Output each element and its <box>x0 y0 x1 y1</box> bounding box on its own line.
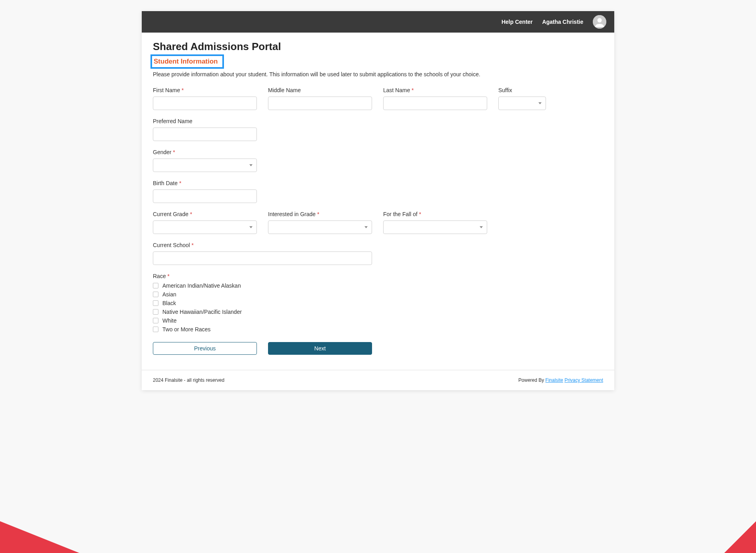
user-avatar[interactable] <box>593 15 606 29</box>
section-title-highlight: Student Information <box>150 54 224 69</box>
chevron-down-icon <box>538 102 542 104</box>
birthdate-label: Birth Date * <box>153 180 257 186</box>
gender-group: Gender * <box>153 149 257 172</box>
last-name-label: Last Name * <box>383 87 487 93</box>
page-title: Shared Admissions Portal <box>153 41 603 53</box>
race-option-american-indian: American Indian/Native Alaskan <box>153 282 242 289</box>
svg-point-1 <box>598 18 602 23</box>
race-checkbox-white[interactable] <box>153 318 158 323</box>
suffix-label: Suffix <box>498 87 546 93</box>
gender-select[interactable] <box>153 159 257 172</box>
avatar-icon <box>593 15 606 29</box>
interested-grade-group: Interested in Grade * <box>268 211 372 234</box>
race-label-asian: Asian <box>162 291 176 298</box>
footer: 2024 Finalsite - all rights reserved Pow… <box>142 370 614 390</box>
chevron-down-icon <box>364 226 368 228</box>
last-name-group: Last Name * <box>383 87 487 110</box>
race-label-black: Black <box>162 300 176 306</box>
section-description: Please provide information about your st… <box>153 71 603 77</box>
current-grade-group: Current Grade * <box>153 211 257 234</box>
current-grade-label: Current Grade * <box>153 211 257 217</box>
chevron-down-icon <box>480 226 483 228</box>
birthdate-row: Birth Date * <box>153 180 603 203</box>
privacy-statement-link[interactable]: Privacy Statement <box>565 377 603 383</box>
powered-by-text: Powered By Finalsite Privacy Statement <box>519 377 603 383</box>
race-group: Race * American Indian/Native Alaskan As… <box>153 273 242 333</box>
race-label: Race * <box>153 273 242 279</box>
race-checkbox-asian[interactable] <box>153 292 158 297</box>
middle-name-group: Middle Name <box>268 87 372 110</box>
help-center-link[interactable]: Help Center <box>501 19 533 25</box>
current-school-group: Current School * <box>153 242 372 265</box>
race-option-two-or-more: Two or More Races <box>153 326 242 333</box>
race-options: American Indian/Native Alaskan Asian Bla… <box>153 282 242 333</box>
birthdate-group: Birth Date * <box>153 180 257 203</box>
race-checkbox-native-hawaiian[interactable] <box>153 309 158 315</box>
first-name-input[interactable] <box>153 97 257 110</box>
race-label-white: White <box>162 317 177 324</box>
preferred-name-group: Preferred Name <box>153 118 257 141</box>
name-row: First Name * Middle Name Last Name * Suf… <box>153 87 603 110</box>
preferred-name-input[interactable] <box>153 128 257 141</box>
chevron-down-icon <box>249 164 253 166</box>
fall-of-label: For the Fall of * <box>383 211 487 217</box>
race-option-black: Black <box>153 300 242 306</box>
suffix-select[interactable] <box>498 97 546 110</box>
race-option-white: White <box>153 317 242 324</box>
current-school-input[interactable] <box>153 251 372 265</box>
current-grade-select[interactable] <box>153 220 257 234</box>
race-option-native-hawaiian: Native Hawaiian/Pacific Islander <box>153 309 242 315</box>
grade-row: Current Grade * Interested in Grade * <box>153 211 603 234</box>
next-button[interactable]: Next <box>268 342 372 355</box>
race-row: Race * American Indian/Native Alaskan As… <box>153 273 603 333</box>
race-option-asian: Asian <box>153 291 242 298</box>
main-container: Help Center Agatha Christie Shared Admis… <box>142 11 614 390</box>
suffix-group: Suffix <box>498 87 546 110</box>
preferred-name-row: Preferred Name <box>153 118 603 141</box>
race-checkbox-black[interactable] <box>153 300 158 306</box>
previous-button[interactable]: Previous <box>153 342 257 355</box>
current-school-label: Current School * <box>153 242 372 248</box>
interested-grade-select[interactable] <box>268 220 372 234</box>
race-label-two-or-more: Two or More Races <box>162 326 210 333</box>
gender-label: Gender * <box>153 149 257 155</box>
middle-name-label: Middle Name <box>268 87 372 93</box>
finalsite-link[interactable]: Finalsite <box>546 377 563 383</box>
gender-row: Gender * <box>153 149 603 172</box>
race-checkbox-american-indian[interactable] <box>153 283 158 288</box>
middle-name-input[interactable] <box>268 97 372 110</box>
interested-grade-label: Interested in Grade * <box>268 211 372 217</box>
last-name-input[interactable] <box>383 97 487 110</box>
fall-of-select[interactable] <box>383 220 487 234</box>
chevron-down-icon <box>249 226 253 228</box>
first-name-label: First Name * <box>153 87 257 93</box>
race-label-native-hawaiian: Native Hawaiian/Pacific Islander <box>162 309 242 315</box>
race-label-american-indian: American Indian/Native Alaskan <box>162 282 241 289</box>
user-name-link[interactable]: Agatha Christie <box>542 19 583 25</box>
birthdate-input[interactable] <box>153 189 257 203</box>
preferred-name-label: Preferred Name <box>153 118 257 124</box>
content-area: Shared Admissions Portal Student Informa… <box>142 33 614 366</box>
school-row: Current School * <box>153 242 603 265</box>
header-bar: Help Center Agatha Christie <box>142 11 614 33</box>
first-name-group: First Name * <box>153 87 257 110</box>
race-checkbox-two-or-more[interactable] <box>153 327 158 332</box>
button-row: Previous Next <box>153 342 603 355</box>
section-title: Student Information <box>154 58 218 65</box>
copyright-text: 2024 Finalsite - all rights reserved <box>153 377 224 383</box>
fall-of-group: For the Fall of * <box>383 211 487 234</box>
